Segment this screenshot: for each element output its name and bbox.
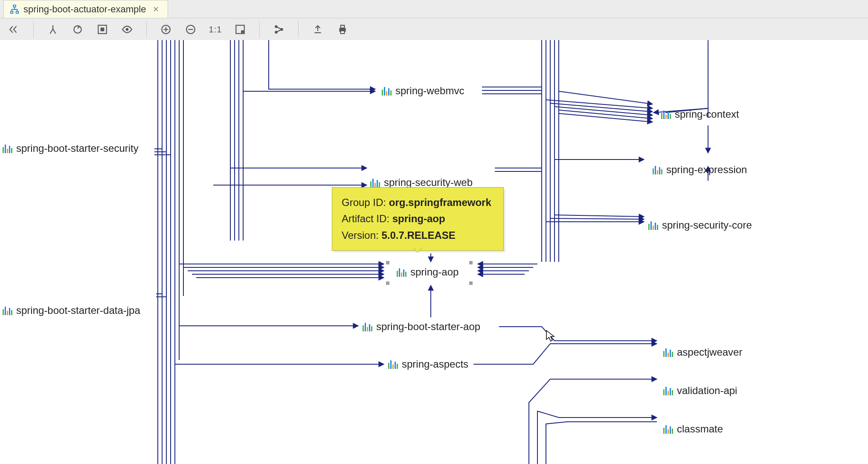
node-spring-expression[interactable]: spring-expression [653,164,747,176]
node-label: spring-expression [666,164,747,176]
node-label: spring-boot-starter-security [16,142,139,154]
show-visibility-button[interactable] [119,21,135,38]
show-root-button[interactable] [45,21,61,38]
selection-handle[interactable] [386,281,389,285]
tooltip-group-label: Group ID: [342,197,389,208]
tooltip-artifact-label: Artifact ID: [342,213,392,224]
node-spring-aspects[interactable]: spring-aspects [388,358,468,370]
divider [33,21,34,38]
actual-size-button[interactable]: 1:1 [207,21,224,38]
svg-rect-0 [13,5,16,7]
print-button[interactable] [334,21,351,38]
selection-handle[interactable] [386,261,389,264]
divider [259,21,260,38]
module-icon [3,144,13,153]
module-icon [388,360,398,369]
node-label: spring-context [675,108,739,120]
node-label: spring-webmvc [395,85,464,97]
tooltip-version-value: 5.0.7.RELEASE [381,229,455,241]
tooltip-line-group: Group ID: org.springframework [342,194,491,211]
svg-point-6 [126,28,129,31]
svg-rect-16 [341,31,345,34]
svg-rect-2 [16,11,18,13]
node-label: spring-security-web [384,177,473,188]
node-label: spring-boot-starter-data-jpa [16,304,140,316]
node-spring-security-core[interactable]: spring-security-core [648,219,752,231]
tooltip-artifact-value: spring-aop [392,213,445,224]
fit-content-button[interactable] [232,21,248,38]
module-icon [648,220,659,230]
diagram-edges [0,40,868,464]
module-icon [663,348,673,357]
node-classmate[interactable]: classmate [663,423,723,435]
module-icon [397,267,407,277]
module-icon [663,386,673,395]
node-label: spring-boot-starter-aop [376,321,480,333]
tab-title: spring-boot-actuator-example [23,4,146,15]
node-label: spring-aop [410,266,459,278]
node-spring-security-web[interactable]: spring-security-web [370,177,473,188]
tooltip-line-artifact: Artifact ID: spring-aop [342,211,491,227]
module-icon [663,424,673,434]
divider [146,21,147,38]
zoom-out-button[interactable] [183,21,199,38]
node-spring-webmvc[interactable]: spring-webmvc [382,85,464,97]
node-label: spring-aspects [402,358,468,370]
selection-handle[interactable] [469,261,473,264]
module-icon [3,306,13,315]
node-validation-api[interactable]: validation-api [663,385,737,397]
node-spring-boot-starter-security[interactable]: spring-boot-starter-security [3,142,139,154]
svg-rect-5 [101,28,105,32]
node-aspectjweaver[interactable]: aspectjweaver [663,346,742,358]
dependency-tooltip: Group ID: org.springframework Artifact I… [332,187,504,251]
svg-rect-10 [241,30,244,33]
node-spring-boot-starter-aop[interactable]: spring-boot-starter-aop [363,321,480,333]
node-label: spring-security-core [662,219,752,231]
svg-rect-1 [11,11,13,13]
tooltip-version-label: Version: [342,229,381,241]
module-icon [661,110,671,119]
node-label: validation-api [677,385,737,397]
node-spring-aop[interactable]: spring-aop [397,266,459,278]
toolbar: 1:1 [0,18,868,41]
tab-bar: spring-boot-actuator-example ✕ [0,0,868,18]
tooltip-group-value: org.springframework [389,197,491,208]
zoom-in-button[interactable] [158,21,174,38]
diagram-canvas[interactable]: spring-webmvc spring-boot-starter-securi… [0,40,868,464]
layout-button[interactable] [271,21,287,38]
svg-point-3 [74,26,81,33]
tab-diagram[interactable]: spring-boot-actuator-example ✕ [3,0,168,18]
divider [298,21,299,38]
refresh-layout-button[interactable] [70,21,86,38]
module-icon [653,165,663,174]
export-button[interactable] [310,21,326,38]
ratio-label: 1:1 [209,25,222,35]
module-icon [363,322,373,331]
node-label: aspectjweaver [677,346,742,358]
node-label: classmate [677,423,723,435]
node-spring-context[interactable]: spring-context [661,108,739,120]
select-all-button[interactable] [94,21,110,38]
module-icon [370,178,380,187]
svg-rect-15 [341,25,345,28]
node-spring-boot-starter-data-jpa[interactable]: spring-boot-starter-data-jpa [3,304,140,316]
selection-handle[interactable] [469,281,473,285]
tooltip-line-version: Version: 5.0.7.RELEASE [342,227,491,244]
close-icon[interactable]: ✕ [153,5,159,14]
module-icon [382,86,392,96]
collapse-panel-button[interactable] [6,21,22,38]
diagram-tree-icon [10,5,19,14]
